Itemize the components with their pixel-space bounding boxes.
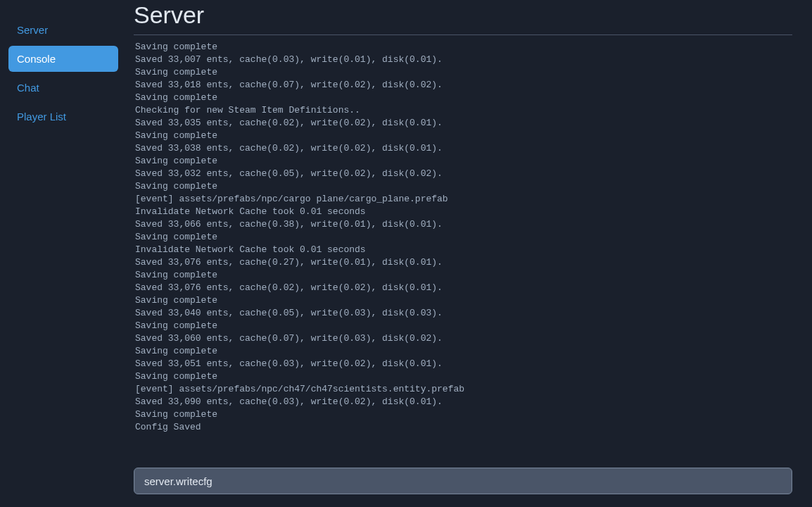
page-title: Server (134, 0, 792, 35)
sidebar-item-chat[interactable]: Chat (8, 75, 118, 101)
sidebar-item-console[interactable]: Console (8, 46, 118, 72)
sidebar-item-server[interactable]: Server (8, 17, 118, 43)
command-input[interactable] (134, 468, 792, 494)
sidebar-item-label: Server (17, 24, 48, 36)
console-panel: Saving complete Saved 33,007 ents, cache… (134, 39, 792, 494)
sidebar-item-label: Console (17, 53, 56, 65)
sidebar-item-label: Player List (17, 111, 66, 123)
sidebar-nav: Server Console Chat Player List (8, 17, 118, 132)
title-divider (134, 35, 792, 35)
sidebar: Server Console Chat Player List (0, 0, 127, 507)
app-root: Server Console Chat Player List Server S… (0, 0, 812, 507)
main-content: Server Saving complete Saved 33,007 ents… (127, 0, 812, 507)
sidebar-item-label: Chat (17, 82, 39, 94)
console-output[interactable]: Saving complete Saved 33,007 ents, cache… (134, 39, 792, 458)
sidebar-item-playerlist[interactable]: Player List (8, 104, 118, 130)
